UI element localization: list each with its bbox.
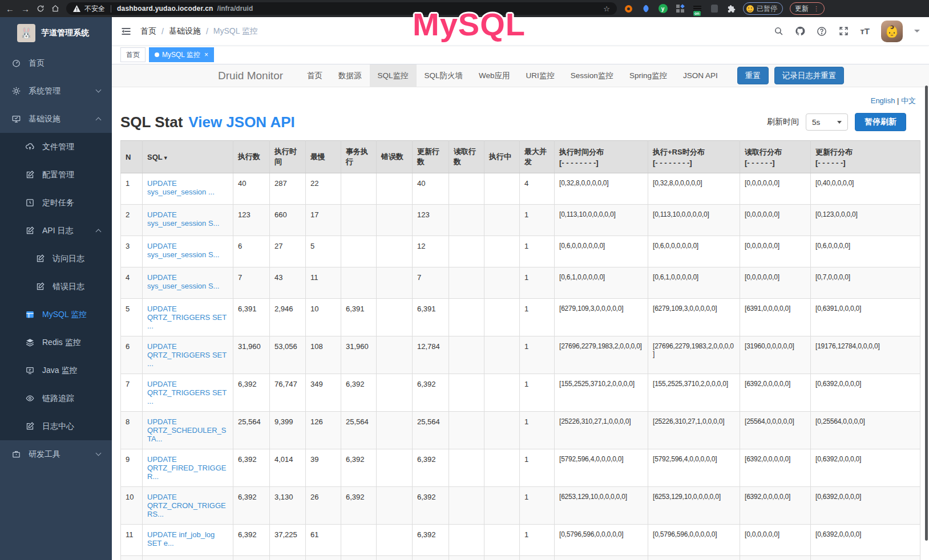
sidebar-item-dev-tools[interactable]: 研发工具 xyxy=(0,440,112,468)
druid-nav-webapp[interactable]: Web应用 xyxy=(471,64,518,87)
edit-icon xyxy=(35,254,45,263)
tag-mysql-monitor[interactable]: MySQL 监控 × xyxy=(149,47,214,62)
sql-link[interactable]: UPDATE QRTZ_TRIGGERS SET ... xyxy=(147,342,227,368)
sidebar-logo[interactable]: 🐰 芋道管理系统 xyxy=(0,17,112,49)
avatar-caret-icon[interactable] xyxy=(914,30,920,33)
tag-home[interactable]: 首页 xyxy=(120,47,146,62)
sidebar-item-log-center[interactable]: 日志中心 xyxy=(0,412,112,440)
exec-time: 4,014 xyxy=(270,449,306,487)
refresh-interval-select[interactable]: 5s xyxy=(806,113,848,131)
extension-list-icon[interactable]: on xyxy=(692,4,702,14)
druid-nav-session[interactable]: Session监控 xyxy=(563,64,621,87)
font-size-icon[interactable]: ᴛT xyxy=(860,26,870,36)
druid-nav-wall[interactable]: SQL防火墙 xyxy=(417,64,471,87)
druid-nav-sql[interactable]: SQL监控 xyxy=(370,64,417,87)
browser-back-icon[interactable]: ← xyxy=(6,5,14,13)
page-scrollbar[interactable] xyxy=(925,86,928,541)
search-icon[interactable] xyxy=(773,26,783,36)
executing xyxy=(484,412,520,449)
lang-chinese-link[interactable]: 中文 xyxy=(901,96,916,105)
sidebar-item-system[interactable]: 系统管理 xyxy=(0,77,112,105)
extension-drop-icon[interactable] xyxy=(641,4,651,14)
paused-extension-pill[interactable]: 已暂停 xyxy=(743,2,783,15)
extension-dark-icon[interactable] xyxy=(709,4,719,14)
col-update-rows[interactable]: 更新行数 xyxy=(413,141,449,173)
col-executing[interactable]: 执行中 xyxy=(484,141,520,173)
col-exec-time[interactable]: 执行时间 xyxy=(270,141,306,173)
breadcrumb-infra[interactable]: 基础设施 xyxy=(169,26,201,36)
not-secure-label[interactable]: 不安全 xyxy=(84,4,105,14)
log-and-reset-button[interactable]: 记录日志并重置 xyxy=(774,67,845,84)
druid-nav-datasource[interactable]: 数据源 xyxy=(330,64,370,87)
browser-forward-icon[interactable]: → xyxy=(21,5,30,13)
druid-nav-spring[interactable]: Spring监控 xyxy=(621,64,675,87)
executing xyxy=(484,525,520,556)
breadcrumb-home[interactable]: 首页 xyxy=(140,26,156,36)
sidebar-item-redis-monitor[interactable]: Redis 监控 xyxy=(0,328,112,356)
col-tx-exec[interactable]: 事务执行 xyxy=(341,141,377,173)
close-tag-icon[interactable]: × xyxy=(204,51,208,58)
sql-link[interactable]: UPDATE sys_user_session S... xyxy=(147,273,219,290)
col-exec-count[interactable]: 执行数 xyxy=(233,141,270,173)
sql-link[interactable]: UPDATE sys_user_session S... xyxy=(147,242,219,259)
user-avatar[interactable]: 👶 xyxy=(881,21,903,42)
sidebar-item-mysql-monitor[interactable]: MySQL 监控 xyxy=(0,301,112,328)
exec-time-dist: [0,113,10,0,0,0,0,0] xyxy=(555,205,648,236)
sql-link[interactable]: UPDATE QRTZ_CRON_TRIGGERS... xyxy=(147,493,226,518)
collapse-sidebar-icon[interactable] xyxy=(121,27,131,36)
col-read-rows[interactable]: 读取行数 xyxy=(449,141,484,173)
read-row-dist: [6391,0,0,0,0,0] xyxy=(740,299,811,336)
col-max-concurrent[interactable]: 最大并发 xyxy=(520,141,555,173)
extension-donut-icon[interactable] xyxy=(624,4,633,14)
druid-nav-jsonapi[interactable]: JSON API xyxy=(675,64,726,87)
exec-time: 43 xyxy=(270,267,306,299)
read-rows xyxy=(449,487,484,525)
sidebar-item-config[interactable]: 配置管理 xyxy=(0,161,112,189)
reset-button[interactable]: 重置 xyxy=(737,67,769,84)
browser-home-icon[interactable] xyxy=(51,5,59,13)
sql-link[interactable]: UPDATE sys_user_session ... xyxy=(147,179,215,196)
sidebar-item-java-monitor[interactable]: Java 监控 xyxy=(0,356,112,384)
sidebar-item-error-log[interactable]: 错误日志 xyxy=(0,273,112,301)
browser-update-button[interactable]: 更新 ⋮ xyxy=(790,2,825,15)
exec-rs-dist: [0,6,1,0,0,0,0,0] xyxy=(648,267,740,299)
sql-link[interactable]: UPDATE QRTZ_SCHEDULER_STA... xyxy=(147,417,226,443)
browser-reload-icon[interactable] xyxy=(37,5,45,13)
col-sql[interactable]: SQL▼ xyxy=(143,141,233,173)
update-row-dist: [0,123,0,0,0,0] xyxy=(811,205,920,236)
sidebar-item-files[interactable]: 文件管理 xyxy=(0,133,112,161)
sidebar-item-cron[interactable]: 定时任务 xyxy=(0,189,112,217)
extension-grid-icon[interactable] xyxy=(675,4,685,14)
github-icon[interactable] xyxy=(795,26,805,36)
sidebar-item-home[interactable]: 首页 xyxy=(0,49,112,77)
help-icon[interactable] xyxy=(817,26,827,36)
col-slowest[interactable]: 最慢 xyxy=(306,141,341,173)
bookmark-star-icon[interactable]: ☆ xyxy=(603,5,610,13)
sidebar-item-access-log[interactable]: 访问日志 xyxy=(0,245,112,273)
sql-link[interactable]: UPDATE inf_job_log SET e... xyxy=(147,530,215,547)
fullscreen-icon[interactable] xyxy=(838,26,849,36)
sql-link[interactable]: UPDATE QRTZ_TRIGGERS SET ... xyxy=(147,305,227,330)
druid-brand[interactable]: Druid Monitor xyxy=(218,70,283,82)
sql-link[interactable]: UPDATE QRTZ_FIRED_TRIGGER... xyxy=(147,455,226,481)
lang-english-link[interactable]: English xyxy=(871,96,895,105)
col-update-row-dist: 更新行分布[- - - - - -] xyxy=(811,141,920,173)
druid-nav-home[interactable]: 首页 xyxy=(299,64,330,87)
tx-exec xyxy=(341,267,377,299)
read-row-dist: [0,0,0,0,0,0] xyxy=(740,267,811,299)
col-error-count[interactable]: 错误数 xyxy=(377,141,413,173)
pause-refresh-button[interactable]: 暂停刷新 xyxy=(855,113,906,131)
druid-nav-uri[interactable]: URI监控 xyxy=(518,64,563,87)
max-concurrent: 1 xyxy=(520,267,555,299)
sidebar-item-api-log[interactable]: API 日志 xyxy=(0,217,112,245)
extension-y-icon[interactable]: y xyxy=(658,4,668,14)
address-bar[interactable]: 不安全 dashboard.yudao.iocoder.cn/infra/dru… xyxy=(66,2,617,15)
more-menu-icon[interactable]: ⋮ xyxy=(813,5,819,13)
sidebar-item-tracing[interactable]: 链路追踪 xyxy=(0,384,112,412)
url-host[interactable]: dashboard.yudao.iocoder.cn xyxy=(117,5,213,13)
sidebar-item-infra[interactable]: 基础设施 xyxy=(0,105,112,133)
sql-link[interactable]: UPDATE sys_user_session S... xyxy=(147,210,219,228)
extensions-puzzle-icon[interactable] xyxy=(726,4,736,14)
sql-link[interactable]: UPDATE QRTZ_TRIGGERS SET ... xyxy=(147,380,227,405)
view-json-api-link[interactable]: View JSON API xyxy=(188,113,294,131)
